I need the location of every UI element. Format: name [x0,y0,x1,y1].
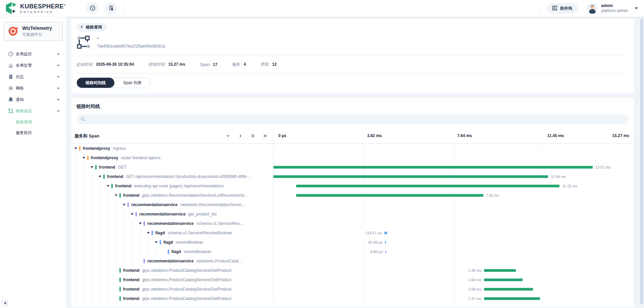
sidebar-item-日志[interactable]: 日志 [0,71,66,82]
component-dock-button[interactable]: 组件坞 [547,3,578,14]
sidebar-item-网络[interactable]: 网络 [0,82,66,94]
span-row[interactable]: frontendgrpc.oteldemo.ProductCatalogServ… [71,294,634,303]
span-row[interactable]: flagdresolveBoolean8.80 µs [71,247,634,256]
sidebar-item-链路追踪[interactable]: 链路追踪 [0,105,66,117]
span-duration-bar[interactable] [296,185,559,187]
span-search-box [76,114,629,124]
tab-Span 列表[interactable]: Span 列表 [114,78,150,88]
span-duration-label: 11.64 ms [551,175,566,179]
span-row[interactable]: frontendGET /api/recommendations?product… [71,172,634,181]
tree-guide-line [100,228,100,238]
sidebar-item-通知[interactable]: 通知 [0,94,66,105]
sidebar-subitem-服务拓扑[interactable]: 服务拓扑 [0,127,66,138]
span-duration-label: 2.08 ms [468,287,481,291]
span-row[interactable]: frontendGET13.52 ms [71,163,634,172]
tree-guide-line [76,238,76,247]
kubesphere-logo[interactable]: KUBESPHERE® ENTERPRISE [5,2,66,15]
span-duration-bar[interactable] [385,241,386,244]
span-row[interactable]: recommendationserviceget_product_list [71,209,634,219]
span-time-cell [273,153,634,163]
tree-guide-line [108,228,108,238]
double-chevron-down-icon[interactable] [251,134,255,138]
span-service-name: recommendationservice [147,259,194,263]
tree-guide-line [124,247,124,256]
span-duration-bar[interactable] [484,269,516,272]
sidebar-item-label: 全局监控 [16,51,32,57]
span-duration-label: 114.57 µs [366,231,382,235]
stat-label: 起始时间: [76,62,94,67]
span-duration-bar[interactable] [296,194,483,197]
collapse-caret-icon[interactable] [131,213,133,215]
service-color-chip [136,212,137,217]
tree-guide-line [76,172,76,181]
span-duration-bar[interactable] [484,288,533,291]
span-row[interactable]: frontendexecuting api route (pages) /api… [71,181,634,191]
span-tree-cell: frontendgrpc.oteldemo.ProductCatalogServ… [71,294,273,303]
span-service-name: frontend [99,165,115,170]
collapse-caret-icon[interactable] [107,185,109,187]
span-row[interactable]: recommendationservice/schema.v1.Service/… [71,219,634,228]
vertical-scrollbar[interactable] [640,19,643,304]
app-hexagon-button[interactable] [87,2,99,14]
span-time-cell [273,219,634,228]
span-duration-bar[interactable] [273,175,548,178]
trace-graph-icon [76,35,92,51]
sidebar-collapse-button[interactable] [2,300,8,306]
collapse-caret-icon[interactable] [139,223,142,225]
user-role: platform-admin [601,8,628,13]
tree-guide-line [100,256,100,266]
stat-label: 服务: [232,62,241,67]
span-tree-cell: frontendexecuting api route (pages) /api… [71,181,273,191]
span-row[interactable]: frontendgrpc.oteldemo.ProductCatalogServ… [71,285,634,294]
user-menu-caret-icon[interactable] [635,7,638,9]
span-duration-bar[interactable] [273,166,593,169]
tree-guide-line [132,219,132,228]
collapse-caret-icon[interactable] [91,166,93,168]
product-switcher[interactable]: WizTelemetry 可观测平台 [3,22,63,41]
span-row[interactable]: frontendproxyingress [71,144,634,153]
span-row[interactable]: frontendgrpc.oteldemo.RecommendationServ… [71,191,634,200]
span-duration-bar[interactable] [484,297,540,300]
chevron-right-icon[interactable] [238,134,243,138]
collapse-caret-icon[interactable] [115,194,117,196]
topbar-divider-left [124,5,125,12]
sidebar-subitem-链路查询[interactable]: 链路查询 [0,117,66,127]
user-avatar[interactable] [587,3,598,14]
collapse-caret-icon[interactable] [123,204,125,206]
double-chevron-right-icon[interactable] [263,134,267,138]
back-to-trace-search-button[interactable]: 链路查询 [76,23,107,32]
span-row[interactable]: flagdschema.v1.Service/ResolveBoolean114… [71,228,634,238]
tree-guide-line [84,200,84,209]
span-operation-name: /oteldemo.ProductCatal... [196,259,241,263]
sidebar-item-全局监控[interactable]: 全局监控 [0,48,66,60]
collapse-caret-icon[interactable] [155,241,158,243]
tree-guide-line [92,191,92,200]
collapse-caret-icon[interactable] [74,147,77,149]
span-row[interactable]: recommendationservice/oteldemo.Recommend… [71,200,634,209]
tree-guide-line [100,238,100,247]
tree-guide-line [84,256,84,266]
sidebar-item-全局告警[interactable]: 全局告警 [0,60,66,71]
span-row[interactable]: recommendationservice/oteldemo.ProductCa… [71,256,634,266]
span-duration-label: 42.49 µs [368,240,382,244]
span-row[interactable]: frontendgrpc.oteldemo.ProductCatalogServ… [71,275,634,285]
span-search-input[interactable] [88,117,625,122]
tree-guide-line [76,294,76,303]
span-duration-bar[interactable] [384,232,387,234]
chevron-down-icon[interactable] [226,134,230,138]
collapse-caret-icon[interactable] [99,176,101,178]
span-duration-bar[interactable] [484,279,523,281]
collapse-caret-icon[interactable] [83,157,85,159]
tree-guide-line [108,256,108,266]
span-duration-bar[interactable] [385,250,386,253]
service-color-chip [119,287,121,292]
collapse-caret-icon[interactable] [147,232,150,234]
user-menu[interactable]: admin platform-admin [601,3,628,13]
tree-guide-line [92,266,92,275]
span-row[interactable]: frontendgrpc.oteldemo.ProductCatalogServ… [71,266,634,275]
platform-building-button[interactable] [105,2,117,14]
span-row[interactable]: flagdresolveBoolean42.49 µs [71,238,634,247]
tab-链路时间线[interactable]: 链路时间线 [77,78,114,88]
tree-guide-line [108,238,108,247]
span-row[interactable]: frontendproxyrouter frontend egress [71,153,634,163]
